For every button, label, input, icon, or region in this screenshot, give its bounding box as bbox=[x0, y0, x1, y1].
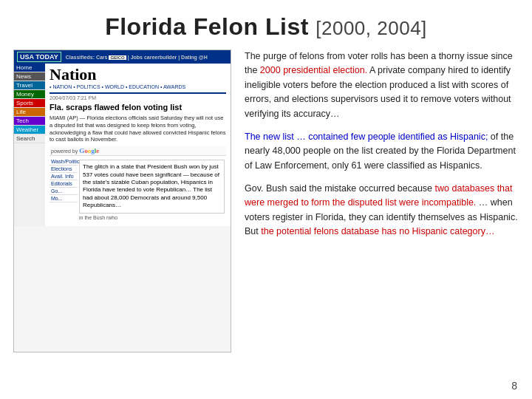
text-b3-highlight2: the potential felons database has no His… bbox=[261, 226, 494, 236]
text-panel: The purge of felons from voter rolls has… bbox=[245, 50, 519, 367]
text-block-2-content: The new list … contained few people iden… bbox=[245, 130, 519, 173]
nav-weather[interactable]: Weather bbox=[14, 126, 45, 134]
sidebar-item-avail[interactable]: Avail. Info bbox=[50, 173, 78, 180]
text-block-3-content: Gov. Bush said the mistake occurred beca… bbox=[245, 182, 519, 239]
title-years: [2000, 2004] bbox=[316, 17, 427, 39]
nav-right-col: Nation • NATION • POLITICS • WORLD • EDU… bbox=[45, 64, 231, 226]
nav-search[interactable]: Search bbox=[14, 134, 45, 143]
callout-box: The glitch in a state that President Bus… bbox=[79, 160, 225, 213]
article-body: MIAMI (AP) — Florida elections officials… bbox=[50, 115, 226, 143]
page-number: 8 bbox=[511, 380, 517, 392]
text-b3-plain1: Gov. Bush said the mistake occurred beca… bbox=[245, 183, 435, 194]
google-logo: Google bbox=[79, 147, 99, 154]
sidebar-panel: Wash/Politics Elections Avail. Info Edit… bbox=[50, 158, 226, 221]
text-block-1: The purge of felons from voter rolls has… bbox=[245, 50, 519, 121]
sidebar-item-editorial[interactable]: Editorials bbox=[50, 180, 78, 188]
nav-left-col: Home News Travel Money Sports Life Tech … bbox=[14, 64, 45, 226]
newspaper-nav-links: Classifieds: Cars GEICO | Jobs careerbui… bbox=[66, 55, 208, 60]
sidebar-item-elec[interactable]: Elections bbox=[50, 166, 78, 173]
newspaper-panel: USA TODAY Classifieds: Cars GEICO | Jobs… bbox=[13, 50, 231, 352]
powered-by-label: powered by bbox=[51, 149, 78, 154]
article-content: Nation • NATION • POLITICS • WORLD • EDU… bbox=[47, 65, 229, 225]
sidebar-item-wash[interactable]: Wash/Politics bbox=[50, 158, 78, 166]
sidebar-item-go[interactable]: Go... bbox=[50, 188, 78, 195]
nav-news[interactable]: News bbox=[14, 72, 45, 81]
section-label: Nation bbox=[50, 65, 226, 84]
nav-life[interactable]: Life bbox=[14, 108, 45, 117]
text-block-1-content: The purge of felons from voter rolls has… bbox=[245, 50, 519, 121]
article-headline: Fla. scraps flawed felon voting list bbox=[50, 103, 226, 112]
nation-section: Nation • NATION • POLITICS • WORLD • EDU… bbox=[50, 65, 226, 94]
main-content: USA TODAY Classifieds: Cars GEICO | Jobs… bbox=[0, 50, 532, 367]
nav-money[interactable]: Money bbox=[14, 90, 45, 99]
article-timestamp: 2004/07/03 7:21 PM bbox=[50, 95, 226, 100]
text-b1-highlight1: 2000 presidential election. bbox=[260, 65, 367, 75]
page-title: Florida Felon List [2000, 2004] bbox=[0, 0, 532, 50]
nav-home[interactable]: Home bbox=[14, 64, 45, 72]
nav-tech[interactable]: Tech bbox=[14, 117, 45, 126]
sidebar-item-mo[interactable]: Mo... bbox=[50, 195, 78, 202]
callout-text: The glitch in a state that President Bus… bbox=[83, 163, 219, 208]
text-b2-highlight1: The new list … contained few people iden… bbox=[245, 132, 488, 142]
sidebar-left: Wash/Politics Elections Avail. Info Edit… bbox=[50, 158, 78, 221]
section-nav-links: • NATION • POLITICS • WORLD • EDUCATION … bbox=[50, 84, 226, 89]
newspaper-nav: Home News Travel Money Sports Life Tech … bbox=[14, 64, 231, 226]
nav-sports[interactable]: Sports bbox=[14, 99, 45, 108]
newspaper-logo: USA TODAY bbox=[17, 52, 61, 62]
text-block-3: Gov. Bush said the mistake occurred beca… bbox=[245, 182, 519, 239]
newspaper-header: USA TODAY Classifieds: Cars GEICO | Jobs… bbox=[14, 50, 231, 64]
title-text: Florida Felon List bbox=[105, 13, 309, 40]
article-footer: in the Bush rwho bbox=[79, 215, 225, 220]
sidebar-right: The glitch in a state that President Bus… bbox=[78, 158, 226, 221]
text-block-2: The new list … contained few people iden… bbox=[245, 130, 519, 173]
google-bar: powered by Google bbox=[50, 146, 226, 156]
nav-travel[interactable]: Travel bbox=[14, 81, 45, 90]
